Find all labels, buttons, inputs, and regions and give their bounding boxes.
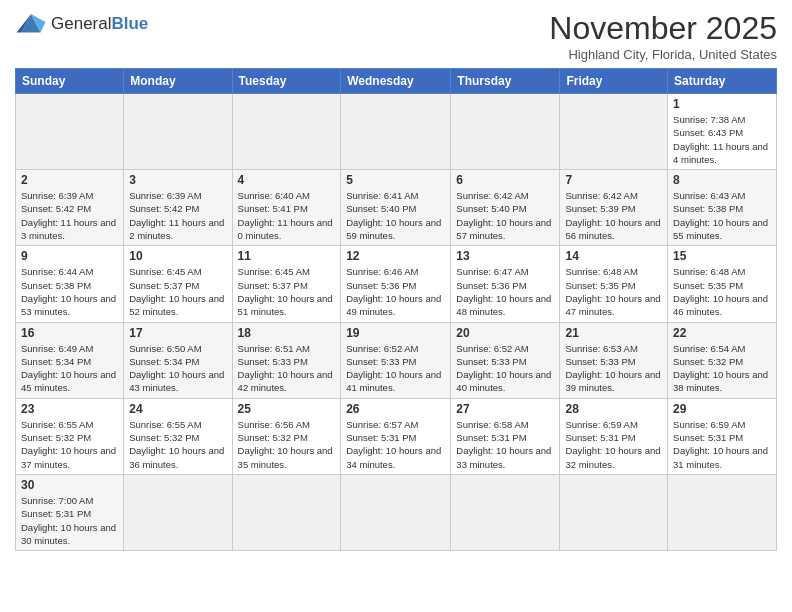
day-number: 12 (346, 249, 445, 263)
day-number: 19 (346, 326, 445, 340)
header: GeneralBlue November 2025 Highland City,… (15, 10, 777, 62)
day-number: 29 (673, 402, 771, 416)
day-info: Sunrise: 6:48 AM Sunset: 5:35 PM Dayligh… (565, 265, 662, 318)
day-info: Sunrise: 6:45 AM Sunset: 5:37 PM Dayligh… (238, 265, 336, 318)
day-info: Sunrise: 6:40 AM Sunset: 5:41 PM Dayligh… (238, 189, 336, 242)
calendar-cell: 23Sunrise: 6:55 AM Sunset: 5:32 PM Dayli… (16, 398, 124, 474)
day-info: Sunrise: 6:55 AM Sunset: 5:32 PM Dayligh… (129, 418, 226, 471)
day-number: 8 (673, 173, 771, 187)
day-number: 15 (673, 249, 771, 263)
day-info: Sunrise: 6:52 AM Sunset: 5:33 PM Dayligh… (456, 342, 554, 395)
weekday-header-row: SundayMondayTuesdayWednesdayThursdayFrid… (16, 69, 777, 94)
weekday-header-monday: Monday (124, 69, 232, 94)
calendar-cell: 20Sunrise: 6:52 AM Sunset: 5:33 PM Dayli… (451, 322, 560, 398)
calendar-cell: 1Sunrise: 7:38 AM Sunset: 6:43 PM Daylig… (668, 94, 777, 170)
day-number: 2 (21, 173, 118, 187)
day-number: 13 (456, 249, 554, 263)
calendar-cell: 9Sunrise: 6:44 AM Sunset: 5:38 PM Daylig… (16, 246, 124, 322)
calendar-cell (341, 94, 451, 170)
calendar-page: GeneralBlue November 2025 Highland City,… (0, 0, 792, 612)
day-info: Sunrise: 6:42 AM Sunset: 5:40 PM Dayligh… (456, 189, 554, 242)
calendar-cell: 25Sunrise: 6:56 AM Sunset: 5:32 PM Dayli… (232, 398, 341, 474)
calendar-cell: 16Sunrise: 6:49 AM Sunset: 5:34 PM Dayli… (16, 322, 124, 398)
day-number: 23 (21, 402, 118, 416)
calendar-cell (124, 474, 232, 550)
calendar-table: SundayMondayTuesdayWednesdayThursdayFrid… (15, 68, 777, 551)
day-number: 14 (565, 249, 662, 263)
day-info: Sunrise: 7:38 AM Sunset: 6:43 PM Dayligh… (673, 113, 771, 166)
calendar-cell: 17Sunrise: 6:50 AM Sunset: 5:34 PM Dayli… (124, 322, 232, 398)
logo-icon (15, 10, 47, 38)
calendar-cell: 7Sunrise: 6:42 AM Sunset: 5:39 PM Daylig… (560, 170, 668, 246)
calendar-cell: 19Sunrise: 6:52 AM Sunset: 5:33 PM Dayli… (341, 322, 451, 398)
day-info: Sunrise: 6:43 AM Sunset: 5:38 PM Dayligh… (673, 189, 771, 242)
week-row-3: 9Sunrise: 6:44 AM Sunset: 5:38 PM Daylig… (16, 246, 777, 322)
calendar-cell (668, 474, 777, 550)
day-info: Sunrise: 6:46 AM Sunset: 5:36 PM Dayligh… (346, 265, 445, 318)
calendar-cell: 11Sunrise: 6:45 AM Sunset: 5:37 PM Dayli… (232, 246, 341, 322)
day-info: Sunrise: 6:45 AM Sunset: 5:37 PM Dayligh… (129, 265, 226, 318)
calendar-cell: 3Sunrise: 6:39 AM Sunset: 5:42 PM Daylig… (124, 170, 232, 246)
calendar-cell: 13Sunrise: 6:47 AM Sunset: 5:36 PM Dayli… (451, 246, 560, 322)
day-number: 16 (21, 326, 118, 340)
calendar-cell: 18Sunrise: 6:51 AM Sunset: 5:33 PM Dayli… (232, 322, 341, 398)
calendar-cell: 12Sunrise: 6:46 AM Sunset: 5:36 PM Dayli… (341, 246, 451, 322)
day-info: Sunrise: 6:53 AM Sunset: 5:33 PM Dayligh… (565, 342, 662, 395)
day-number: 6 (456, 173, 554, 187)
day-info: Sunrise: 6:59 AM Sunset: 5:31 PM Dayligh… (673, 418, 771, 471)
calendar-cell: 26Sunrise: 6:57 AM Sunset: 5:31 PM Dayli… (341, 398, 451, 474)
logo-text: GeneralBlue (51, 15, 148, 34)
day-info: Sunrise: 6:56 AM Sunset: 5:32 PM Dayligh… (238, 418, 336, 471)
day-number: 28 (565, 402, 662, 416)
calendar-cell: 28Sunrise: 6:59 AM Sunset: 5:31 PM Dayli… (560, 398, 668, 474)
calendar-cell (451, 474, 560, 550)
day-info: Sunrise: 6:42 AM Sunset: 5:39 PM Dayligh… (565, 189, 662, 242)
week-row-2: 2Sunrise: 6:39 AM Sunset: 5:42 PM Daylig… (16, 170, 777, 246)
calendar-cell: 15Sunrise: 6:48 AM Sunset: 5:35 PM Dayli… (668, 246, 777, 322)
day-info: Sunrise: 6:55 AM Sunset: 5:32 PM Dayligh… (21, 418, 118, 471)
month-title: November 2025 (549, 10, 777, 47)
calendar-cell (341, 474, 451, 550)
calendar-header: SundayMondayTuesdayWednesdayThursdayFrid… (16, 69, 777, 94)
day-number: 22 (673, 326, 771, 340)
day-info: Sunrise: 6:58 AM Sunset: 5:31 PM Dayligh… (456, 418, 554, 471)
day-info: Sunrise: 6:47 AM Sunset: 5:36 PM Dayligh… (456, 265, 554, 318)
calendar-cell (451, 94, 560, 170)
calendar-cell (16, 94, 124, 170)
weekday-header-friday: Friday (560, 69, 668, 94)
calendar-cell: 2Sunrise: 6:39 AM Sunset: 5:42 PM Daylig… (16, 170, 124, 246)
calendar-cell: 24Sunrise: 6:55 AM Sunset: 5:32 PM Dayli… (124, 398, 232, 474)
day-number: 1 (673, 97, 771, 111)
day-info: Sunrise: 6:57 AM Sunset: 5:31 PM Dayligh… (346, 418, 445, 471)
calendar-cell: 21Sunrise: 6:53 AM Sunset: 5:33 PM Dayli… (560, 322, 668, 398)
day-number: 5 (346, 173, 445, 187)
calendar-cell (232, 94, 341, 170)
day-info: Sunrise: 6:50 AM Sunset: 5:34 PM Dayligh… (129, 342, 226, 395)
calendar-cell (560, 474, 668, 550)
day-info: Sunrise: 6:39 AM Sunset: 5:42 PM Dayligh… (21, 189, 118, 242)
calendar-cell: 6Sunrise: 6:42 AM Sunset: 5:40 PM Daylig… (451, 170, 560, 246)
title-area: November 2025 Highland City, Florida, Un… (549, 10, 777, 62)
calendar-cell: 4Sunrise: 6:40 AM Sunset: 5:41 PM Daylig… (232, 170, 341, 246)
day-number: 18 (238, 326, 336, 340)
day-info: Sunrise: 6:59 AM Sunset: 5:31 PM Dayligh… (565, 418, 662, 471)
day-info: Sunrise: 6:49 AM Sunset: 5:34 PM Dayligh… (21, 342, 118, 395)
calendar-body: 1Sunrise: 7:38 AM Sunset: 6:43 PM Daylig… (16, 94, 777, 551)
day-number: 9 (21, 249, 118, 263)
week-row-1: 1Sunrise: 7:38 AM Sunset: 6:43 PM Daylig… (16, 94, 777, 170)
day-number: 7 (565, 173, 662, 187)
day-info: Sunrise: 6:48 AM Sunset: 5:35 PM Dayligh… (673, 265, 771, 318)
location-subtitle: Highland City, Florida, United States (549, 47, 777, 62)
day-number: 24 (129, 402, 226, 416)
week-row-6: 30Sunrise: 7:00 AM Sunset: 5:31 PM Dayli… (16, 474, 777, 550)
calendar-cell: 22Sunrise: 6:54 AM Sunset: 5:32 PM Dayli… (668, 322, 777, 398)
weekday-header-saturday: Saturday (668, 69, 777, 94)
day-number: 25 (238, 402, 336, 416)
day-info: Sunrise: 7:00 AM Sunset: 5:31 PM Dayligh… (21, 494, 118, 547)
weekday-header-thursday: Thursday (451, 69, 560, 94)
day-info: Sunrise: 6:54 AM Sunset: 5:32 PM Dayligh… (673, 342, 771, 395)
calendar-cell (232, 474, 341, 550)
day-info: Sunrise: 6:52 AM Sunset: 5:33 PM Dayligh… (346, 342, 445, 395)
day-number: 3 (129, 173, 226, 187)
day-number: 11 (238, 249, 336, 263)
